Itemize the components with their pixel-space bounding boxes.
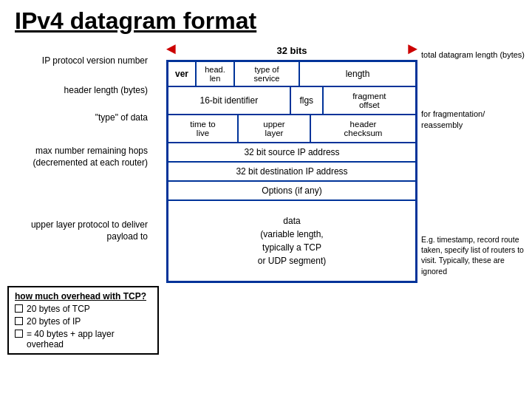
upper-layer-label: upper layer protocol to deliver payload … (7, 219, 148, 242)
ip-version-label: IP protocol version number (7, 55, 148, 67)
cell-flgs: flgs (291, 87, 324, 114)
cell-time-to-live: time to live (168, 115, 239, 142)
right-annotations: total datagram length (bytes) for fragme… (421, 42, 528, 308)
cell-fragment-offset: fragment offset (324, 87, 415, 114)
cell-dest-ip: 32 bit destination IP address (168, 163, 415, 180)
bits-label: 32 bits (276, 45, 307, 56)
bits-row: ◄ 32 bits ► (166, 42, 417, 58)
checkbox-1 (15, 304, 23, 313)
cell-16bit-identifier: 16-bit identifier (168, 87, 291, 114)
cell-length: length (300, 62, 415, 86)
type-of-data-label: "type" of data (7, 112, 148, 124)
row-4: 32 bit source IP address (168, 143, 415, 163)
header-length-label: header length (bytes) (7, 85, 148, 97)
cell-options: Options (if any) (168, 182, 415, 200)
cell-ver: ver (168, 62, 197, 86)
cell-type-of-service: type of service (235, 62, 300, 86)
checkbox-3 (15, 330, 23, 338)
row-1: ver head. len type of service length (168, 62, 415, 87)
checkbox-2 (15, 317, 23, 325)
cell-header-checksum: header checksum (311, 115, 415, 142)
cell-head-len: head. len (197, 62, 235, 86)
row-5: 32 bit destination IP address (168, 163, 415, 182)
cell-data: data (variable length, typically a TCP o… (168, 201, 415, 281)
fragmentation-annotation: for fragmentation/ reassembly (421, 109, 528, 131)
bullet-item-2: 20 bytes of IP (15, 316, 151, 327)
cell-source-ip: 32 bit source IP address (168, 143, 415, 161)
right-arrow-icon: ► (408, 42, 417, 58)
bullet-item-1: 20 bytes of TCP (15, 304, 151, 314)
row-2: 16-bit identifier flgs fragment offset (168, 87, 415, 115)
max-hops-label: max number remaining hops (decremented a… (7, 146, 148, 168)
overhead-box: how much overhead with TCP? 20 bytes of … (7, 286, 159, 355)
datagram-box: ver head. len type of service length 16-… (166, 60, 417, 283)
row-3: time to live upper layer header checksum (168, 115, 415, 143)
left-arrow-icon: ◄ (166, 42, 176, 58)
cell-upper-layer: upper layer (239, 115, 311, 142)
how-much-title: how much overhead with TCP? (15, 291, 151, 301)
eg-note-annotation: E.g. timestamp, record route taken, spec… (421, 234, 528, 276)
row-6: Options (if any) (168, 182, 415, 201)
page-title: IPv4 datagram format (15, 7, 532, 35)
left-labels: IP protocol version number header length… (7, 42, 166, 352)
bullet-item-3: = 40 bytes + app layer overhead (15, 329, 151, 349)
diagram-area: ◄ 32 bits ► ver head. len type of servic… (166, 42, 417, 283)
total-length-annotation: total datagram length (bytes) (421, 50, 525, 61)
row-7: data (variable length, typically a TCP o… (168, 201, 415, 281)
